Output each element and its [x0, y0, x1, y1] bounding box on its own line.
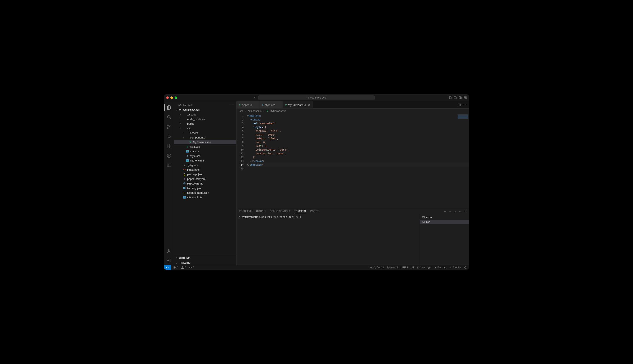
svg-point-27: [429, 267, 430, 268]
file-index.html[interactable]: <>index.html: [174, 167, 236, 172]
section-project[interactable]: VUE-THREE-DECL: [174, 108, 236, 112]
panel-tab-problems[interactable]: PROBLEMS: [239, 210, 252, 213]
activity-table[interactable]: [164, 161, 174, 170]
panel-tab-terminal[interactable]: TERMINAL: [294, 210, 306, 214]
panel: PROBLEMSOUTPUTDEBUG CONSOLETERMINALPORTS…: [237, 208, 469, 265]
more-icon[interactable]: ⋯: [454, 210, 456, 213]
run-icon: [167, 134, 172, 139]
chevron-right-icon: [175, 261, 178, 264]
file-README.md[interactable]: ⓘREADME.md: [174, 181, 236, 186]
table-icon: [167, 163, 172, 168]
activity-accounts[interactable]: [164, 246, 174, 256]
remote-icon: [166, 266, 169, 269]
close-panel-icon[interactable]: [463, 210, 466, 213]
file-tsconfig.json[interactable]: {}tsconfig.json: [174, 186, 236, 190]
breadcrumb-item[interactable]: MyCanvas.vue: [270, 110, 286, 112]
activity-search[interactable]: [164, 112, 174, 122]
activity-settings[interactable]: [164, 256, 174, 265]
section-outline[interactable]: OUTLINE: [174, 256, 236, 260]
status-eol[interactable]: LF: [411, 266, 414, 269]
folder-src[interactable]: src: [174, 126, 236, 130]
minimap[interactable]: [458, 114, 468, 129]
status-ports[interactable]: 0: [189, 266, 194, 269]
terminal-icon: [422, 220, 425, 224]
folder-components[interactable]: components: [174, 135, 236, 140]
file-MyCanvas.vue[interactable]: VMyCanvas.vue: [174, 140, 236, 144]
search-icon: [307, 96, 309, 99]
status-go-live[interactable]: Go Live: [434, 266, 446, 269]
file-package.json[interactable]: {}package.json: [174, 172, 236, 176]
section-timeline[interactable]: TIMELINE: [174, 260, 236, 265]
activity-extensions[interactable]: [164, 142, 174, 150]
status-ln-col[interactable]: Ln 14, Col 12: [369, 266, 384, 269]
file-main.ts[interactable]: TSmain.ts: [174, 149, 236, 154]
new-terminal-icon[interactable]: [444, 210, 446, 213]
activity-scm[interactable]: [164, 122, 174, 131]
layout-panel-icon[interactable]: [453, 96, 457, 99]
more-actions-icon[interactable]: ⋯: [463, 103, 467, 107]
folder-.vscode[interactable]: .vscode: [174, 112, 236, 117]
activity-live[interactable]: [164, 151, 174, 160]
status-copilot[interactable]: [428, 266, 431, 269]
panel-tab-output[interactable]: OUTPUT: [256, 210, 266, 213]
terminal-split-dropdown-icon[interactable]: [449, 210, 451, 213]
tab-MyCanvas.vue[interactable]: VMyCanvas.vue✕: [283, 101, 313, 108]
code-content[interactable]: <template> <canvas ref="canvasRef" :styl…: [247, 114, 469, 208]
status-encoding[interactable]: UTF-8: [401, 266, 408, 269]
terminal-zsh[interactable]: zsh: [420, 220, 469, 224]
nav-back-icon[interactable]: [253, 96, 256, 99]
main-body: EXPLORER ⋯ VUE-THREE-DECL .vscodenode_mo…: [164, 101, 469, 265]
status-errors[interactable]: 0: [173, 266, 178, 269]
breadcrumb-item[interactable]: components: [248, 110, 261, 112]
folder-node_modules[interactable]: node_modules: [174, 117, 236, 121]
radio-icon: [189, 266, 192, 269]
activity-run[interactable]: [164, 132, 174, 141]
folder-assets[interactable]: assets: [174, 130, 236, 135]
terminal-node[interactable]: node: [420, 215, 469, 220]
activity-explorer[interactable]: [164, 103, 174, 112]
layout-sidebar-left-icon[interactable]: [448, 96, 452, 99]
tab-App.vue[interactable]: VApp.vue: [237, 101, 260, 108]
maximize-panel-icon[interactable]: [458, 210, 461, 213]
sidebar-more-icon[interactable]: ⋯: [231, 103, 234, 106]
play-circle-icon: [167, 153, 172, 158]
code-editor[interactable]: 123456789101112131415 <template> <canvas…: [237, 114, 469, 208]
window-minimize-button[interactable]: [170, 96, 173, 99]
status-prettier[interactable]: Prettier: [449, 266, 461, 269]
svg-point-20: [169, 260, 170, 261]
traffic-lights: [166, 96, 177, 99]
file-style.css[interactable]: #style.css: [174, 154, 236, 158]
close-tab-icon[interactable]: ✕: [308, 103, 310, 106]
window-maximize-button[interactable]: [175, 96, 177, 99]
layout-sidebar-right-icon[interactable]: [458, 96, 462, 99]
file-vite-env.d.ts[interactable]: TSvite-env.d.ts: [174, 158, 236, 163]
file-.gitignore[interactable]: ◆.gitignore: [174, 163, 236, 167]
terminal-list: nodezsh: [420, 215, 469, 265]
svg-rect-6: [464, 98, 465, 99]
titlebar-right: [448, 96, 467, 99]
status-bell[interactable]: [464, 266, 467, 269]
command-center[interactable]: vue-three-decl: [259, 95, 375, 100]
breadcrumb[interactable]: srccomponentsVMyCanvas.vue: [237, 108, 469, 114]
remote-button[interactable]: [164, 265, 171, 270]
terminal-output[interactable]: ○ svf@svfdeMacBook-Pro vue-three-decl %: [237, 215, 420, 265]
svg-point-10: [167, 128, 168, 129]
file-App.vue[interactable]: VApp.vue: [174, 144, 236, 149]
file-vite.config.ts[interactable]: TSvite.config.ts: [174, 195, 236, 200]
folder-public[interactable]: public: [174, 121, 236, 126]
window-close-button[interactable]: [166, 96, 169, 99]
panel-tab-debug-console[interactable]: DEBUG CONSOLE: [270, 210, 291, 213]
split-editor-icon[interactable]: [458, 103, 461, 106]
terminal-icon: [422, 216, 425, 219]
status-lang[interactable]: Vue: [417, 266, 425, 269]
file-pnpm-lock.yaml[interactable]: !pnpm-lock.yaml: [174, 176, 236, 181]
status-warnings[interactable]: 0: [181, 266, 186, 269]
sidebar-header: EXPLORER ⋯: [174, 101, 236, 108]
status-spaces[interactable]: Spaces: 4: [387, 266, 398, 269]
svg-rect-14: [167, 146, 169, 148]
tab-style.css[interactable]: #style.css: [260, 101, 283, 108]
breadcrumb-item[interactable]: src: [239, 110, 243, 112]
layout-custom-icon[interactable]: [463, 96, 467, 99]
panel-tab-ports[interactable]: PORTS: [310, 210, 318, 213]
file-tsconfig.node.json[interactable]: {}tsconfig.node.json: [174, 190, 236, 195]
